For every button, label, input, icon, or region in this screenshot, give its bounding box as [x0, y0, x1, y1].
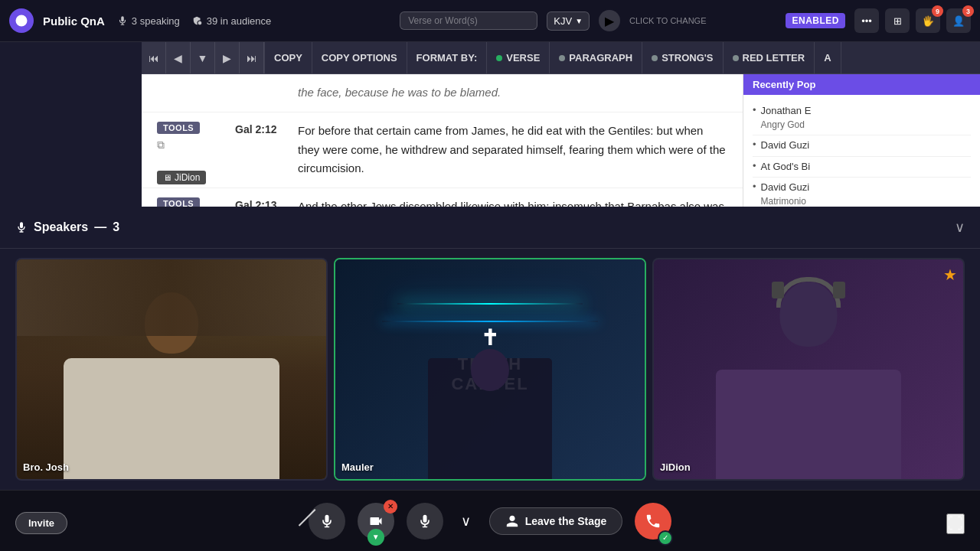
list-item[interactable]: • David GuziMatrimonio — [753, 178, 971, 207]
verse-text-212: For before that certain came from James,… — [298, 122, 727, 178]
speaker-video-mauler: ✝ TRUTHCARTEL — [335, 259, 645, 479]
paragraph-dot — [559, 55, 565, 61]
mute-button[interactable] — [309, 503, 345, 540]
nav-last-button[interactable]: ⏭ — [240, 42, 264, 74]
video-dropdown-button[interactable]: ▼ — [368, 529, 384, 546]
bullet-icon: • — [753, 160, 756, 171]
verse-row-partial: the face, because he was to be blamed. — [142, 74, 743, 112]
profile-button[interactable]: 👤 3 — [946, 8, 971, 33]
nav-next-button[interactable]: ▶ — [215, 42, 240, 74]
speakers-title: Speakers — 3 — [15, 220, 119, 234]
speaker-video-josh — [17, 259, 326, 479]
star-icon: ★ — [943, 266, 957, 284]
more-format-button[interactable]: A — [815, 42, 841, 74]
click-to-change-label: CLICK TO CHANGE — [629, 16, 706, 25]
leave-stage-button[interactable]: Leave the Stage — [489, 507, 623, 535]
audience-info: 39 in audience — [192, 15, 272, 27]
recent-items-list: • Jonathan EAngry God • David Guzi • At … — [743, 98, 980, 207]
speaker-card-mauler: ✝ TRUTHCARTEL Mauler — [334, 258, 646, 481]
speaker-name-mauler: Mauler — [341, 461, 374, 473]
bible-toolbar: ⏮ ◀ ▼ ▶ ⏭ COPY COPY OPTIONS FORMAT BY: V… — [142, 42, 980, 74]
verse-text-213: And the other Jews dissembled likewise w… — [298, 197, 727, 207]
red-letter-button[interactable]: RED LETTER — [724, 42, 815, 74]
invite-button[interactable]: Invite — [15, 512, 67, 534]
end-call-button[interactable]: ✓ — [635, 503, 671, 540]
list-item[interactable]: • At God's Bi — [753, 157, 971, 178]
speaking-count: 3 speaking — [132, 15, 180, 27]
recently-popped-header: Recently Pop — [743, 74, 980, 95]
recent-item-text: David GuziMatrimonio — [761, 181, 810, 207]
mauler-glow — [397, 303, 583, 305]
expand-button[interactable]: ⛶ — [946, 514, 965, 534]
play-button[interactable]: ▶ — [599, 10, 620, 31]
speaker-name-josh: Bro. Josh — [23, 461, 69, 473]
profile-badge: 3 — [962, 5, 974, 17]
speakers-separator: — — [94, 220, 106, 234]
recent-item-text: David Guzi — [761, 139, 810, 152]
copy-button[interactable]: COPY — [265, 42, 312, 74]
leave-stage-label: Leave the Stage — [525, 515, 607, 527]
svg-point-0 — [16, 15, 28, 27]
format-by-label: FORMAT BY: — [407, 42, 488, 74]
speaker-card-josh: Bro. Josh — [15, 258, 328, 481]
copy-options-label: COPY OPTIONS — [322, 52, 397, 64]
speaking-info: 3 speaking — [117, 15, 180, 27]
audience-count: 39 in audience — [207, 15, 272, 27]
layout-button[interactable]: ⊞ — [885, 8, 910, 33]
copy-icon[interactable]: ⧉ — [157, 139, 165, 152]
microphone-button[interactable] — [407, 503, 443, 540]
verse-label: VERSE — [506, 52, 540, 64]
app-icon — [9, 8, 34, 33]
tools-badge[interactable]: TOOLS — [157, 122, 200, 134]
paragraph-button[interactable]: PARAGRAPH — [550, 42, 642, 74]
session-info: 3 speaking 39 in audience — [117, 15, 271, 27]
bullet-icon: • — [753, 181, 756, 192]
speaker-card-jidion: JiDion ★ — [652, 258, 965, 481]
recent-item-text: At God's Bi — [761, 160, 811, 174]
verse-dot — [496, 55, 502, 61]
top-bar-icons: ••• ⊞ 🖐 9 👤 3 — [854, 8, 971, 33]
verse-button[interactable]: VERSE — [487, 42, 550, 74]
jidion-label: 🖥 JiDion — [157, 171, 206, 184]
top-bar: Public QnA 3 speaking 39 in audience Ver… — [0, 0, 980, 42]
strongs-label: STRONG'S — [662, 52, 713, 64]
active-indicator: ✓ — [658, 530, 673, 546]
speakers-grid: Bro. Josh ✝ TRUTHCARTEL Mauler — [0, 249, 980, 490]
tools-section-212: TOOLS ⧉ — [157, 122, 226, 152]
screen-share-icon: 🖥 — [163, 173, 172, 182]
nav-first-button[interactable]: ⏮ — [142, 42, 166, 74]
table-row: TOOLS ⧉ Gal 2:12 For before that certain… — [142, 112, 743, 188]
verse-search[interactable]: Verse or Word(s) — [400, 11, 537, 30]
speaker-name-jidion: JiDion — [660, 461, 691, 473]
speaker-video-jidion — [654, 259, 963, 479]
list-item[interactable]: • Jonathan EAngry God — [753, 101, 971, 135]
paragraph-label: PARAGRAPH — [569, 52, 632, 64]
jidion-name: JiDion — [175, 172, 200, 183]
bullet-icon: • — [753, 139, 756, 150]
strongs-dot — [652, 55, 658, 61]
verse-text-partial: the face, because he was to be blamed. — [298, 83, 727, 103]
version-selector[interactable]: KJV ▼ — [547, 11, 590, 31]
bottom-controls: Invite ✕ ▼ ∨ — [0, 490, 980, 551]
bible-scroll[interactable]: the face, because he was to be blamed. T… — [142, 74, 743, 207]
enabled-badge: ENABLED — [786, 13, 845, 28]
notification-badge: 9 — [932, 5, 943, 17]
strongs-button[interactable]: STRONG'S — [642, 42, 723, 74]
video-cancel-icon: ✕ — [384, 500, 397, 514]
recent-item-text: Jonathan EAngry God — [761, 104, 812, 132]
nav-down-button[interactable]: ▼ — [191, 42, 215, 74]
session-title: Public QnA — [43, 15, 105, 28]
copy-label: COPY — [274, 52, 302, 64]
notifications-button[interactable]: 🖐 9 — [916, 8, 940, 33]
more-options-button[interactable]: ••• — [854, 8, 879, 33]
tools-badge[interactable]: TOOLS — [157, 197, 200, 207]
verse-ref-212: Gal 2:12 — [235, 123, 289, 135]
audio-dropdown-button[interactable]: ∨ — [456, 510, 477, 532]
collapse-button[interactable]: ∨ — [955, 219, 965, 236]
speakers-header: Speakers — 3 ∨ — [0, 207, 980, 249]
red-letter-dot — [733, 55, 739, 61]
bullet-icon: • — [753, 104, 756, 116]
list-item[interactable]: • David Guzi — [753, 135, 971, 156]
copy-options-button[interactable]: COPY OPTIONS — [312, 42, 407, 74]
nav-prev-button[interactable]: ◀ — [166, 42, 191, 74]
